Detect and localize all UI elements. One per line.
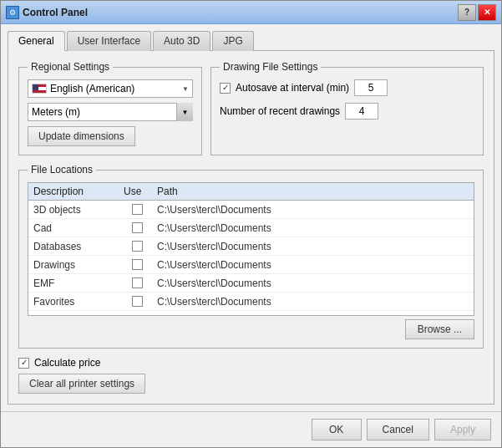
unit-select[interactable]: Meters (m)Feet (ft)Millimeters (mm)	[28, 103, 193, 121]
recent-drawings-input[interactable]	[345, 103, 378, 120]
table-row[interactable]: CadC:\Users\tercl\Documents	[28, 219, 474, 237]
tab-general[interactable]: General	[8, 31, 65, 51]
regional-settings-legend: Regional Settings	[28, 61, 113, 73]
autosave-value-input[interactable]	[354, 79, 388, 96]
tab-auto-3d[interactable]: Auto 3D	[153, 31, 210, 51]
control-panel-window: ⚙ Control Panel ? ✕ General User Interfa…	[0, 0, 502, 448]
file-row-use	[120, 222, 154, 233]
recent-drawings-label: Number of recent drawings	[220, 105, 340, 117]
file-row-description: Favorites	[28, 296, 120, 308]
autosave-checkbox[interactable]	[220, 83, 231, 94]
file-row-description: EMF	[28, 277, 120, 289]
calculate-price-label: Calculate price	[34, 357, 100, 369]
bottom-options: Calculate price Clear all printer settin…	[18, 357, 484, 394]
file-row-description: Databases	[28, 241, 120, 252]
clear-printer-settings-button[interactable]: Clear all printer settings	[18, 374, 145, 394]
drawing-inner: Autosave at interval (min) Number of rec…	[220, 79, 474, 120]
window-icon: ⚙	[6, 6, 19, 19]
col-header-description: Description	[28, 186, 120, 197]
title-bar: ⚙ Control Panel ? ✕	[1, 1, 501, 24]
file-table-header: Description Use Path	[28, 183, 474, 201]
file-use-checkbox[interactable]	[132, 241, 143, 252]
apply-button[interactable]: Apply	[434, 419, 491, 440]
file-row-path: C:\Users\tercl\Documents	[154, 296, 474, 308]
regional-settings-group: Regional Settings English (American) ▼	[18, 61, 202, 155]
file-row-description: Cad	[28, 222, 120, 234]
recent-drawings-row: Number of recent drawings	[220, 103, 474, 120]
flag-icon	[32, 84, 47, 94]
file-row-description: Drawings	[28, 259, 120, 271]
file-row-path: C:\Users\tercl\Documents	[154, 277, 474, 289]
language-value: English (American)	[50, 83, 179, 94]
table-row[interactable]: DatabasesC:\Users\tercl\Documents	[28, 237, 474, 256]
tab-bar: General User Interface Auto 3D JPG	[8, 31, 494, 51]
file-locations-legend: File Locations	[28, 164, 96, 176]
title-buttons: ? ✕	[458, 4, 496, 21]
file-locations-group: File Locations Description Use Path 3D o…	[18, 164, 484, 349]
cancel-button[interactable]: Cancel	[367, 419, 429, 440]
file-row-use	[120, 241, 154, 252]
file-use-checkbox[interactable]	[132, 259, 143, 270]
file-row-use	[120, 296, 154, 307]
file-table-body: 3D objectsC:\Users\tercl\DocumentsCadC:\…	[28, 201, 474, 315]
drawing-file-settings-legend: Drawing File Settings	[220, 61, 321, 73]
help-button[interactable]: ?	[458, 4, 476, 21]
tab-user-interface[interactable]: User Interface	[67, 31, 151, 51]
autosave-label: Autosave at interval (min)	[236, 82, 349, 94]
file-row-use	[120, 259, 154, 270]
file-row-path: C:\Users\tercl\Documents	[154, 204, 474, 216]
file-row-use	[120, 204, 154, 215]
title-bar-left: ⚙ Control Panel	[6, 6, 88, 19]
update-dimensions-button[interactable]: Update dimensions	[28, 126, 135, 146]
language-select[interactable]: English (American) ▼	[28, 79, 193, 98]
file-table: Description Use Path 3D objectsC:\Users\…	[28, 182, 474, 316]
file-row-path: C:\Users\tercl\Documents	[154, 222, 474, 234]
browse-row: Browse ...	[28, 319, 474, 339]
table-row[interactable]: EMFC:\Users\tercl\Documents	[28, 274, 474, 293]
close-button[interactable]: ✕	[478, 4, 496, 21]
ok-button[interactable]: OK	[312, 419, 362, 440]
table-row[interactable]: FavoritesC:\Users\tercl\Documents	[28, 293, 474, 311]
file-use-checkbox[interactable]	[132, 222, 143, 233]
footer: OK Cancel Apply	[1, 411, 501, 447]
file-row-path: C:\Users\tercl\Documents	[154, 259, 474, 271]
autosave-row: Autosave at interval (min)	[220, 79, 474, 96]
table-row[interactable]: DrawingsC:\Users\tercl\Documents	[28, 256, 474, 274]
calculate-price-checkbox[interactable]	[18, 358, 29, 369]
col-header-use: Use	[120, 186, 154, 197]
file-row-path: C:\Users\tercl\Documents	[154, 241, 474, 252]
regional-inner: English (American) ▼ Meters (m)Feet (ft)…	[28, 79, 193, 146]
col-header-path: Path	[154, 186, 474, 197]
calculate-price-row: Calculate price	[18, 357, 484, 369]
table-row[interactable]: 3D objectsC:\Users\tercl\Documents	[28, 201, 474, 219]
file-row-description: 3D objects	[28, 204, 120, 216]
unit-select-wrapper: Meters (m)Feet (ft)Millimeters (mm) ▼	[28, 103, 193, 121]
file-use-checkbox[interactable]	[132, 204, 143, 215]
window-title: Control Panel	[23, 7, 88, 18]
flag-blue-canton	[33, 84, 38, 90]
language-dropdown-arrow: ▼	[182, 85, 189, 93]
top-row: Regional Settings English (American) ▼	[18, 61, 484, 155]
tab-content-general: Regional Settings English (American) ▼	[8, 50, 494, 405]
language-select-wrapper: English (American) ▼	[28, 79, 193, 98]
drawing-file-settings-group: Drawing File Settings Autosave at interv…	[210, 61, 484, 155]
file-use-checkbox[interactable]	[132, 277, 143, 288]
file-row-use	[120, 277, 154, 288]
tab-jpg[interactable]: JPG	[212, 31, 253, 51]
file-use-checkbox[interactable]	[132, 296, 143, 307]
browse-button[interactable]: Browse ...	[405, 319, 474, 339]
window-body: General User Interface Auto 3D JPG Regio…	[1, 24, 501, 411]
